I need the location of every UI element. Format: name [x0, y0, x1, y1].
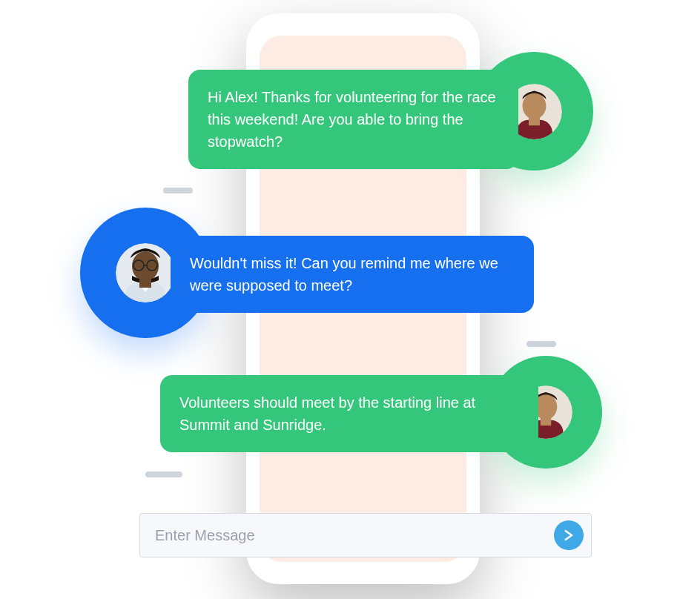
- message-text: Volunteers should meet by the starting l…: [179, 394, 475, 433]
- decorative-pill: [145, 471, 182, 477]
- send-button[interactable]: [554, 520, 584, 550]
- avatar: [116, 243, 175, 302]
- svg-rect-4: [529, 117, 540, 125]
- decorative-pill: [526, 341, 556, 347]
- svg-point-2: [522, 93, 546, 119]
- svg-rect-12: [139, 279, 151, 288]
- message-composer: [139, 513, 592, 557]
- message-bubble-organizer[interactable]: Hi Alex! Thanks for volunteering for the…: [188, 70, 518, 169]
- message-text: Wouldn't miss it! Can you remind me wher…: [190, 255, 498, 294]
- message-text: Hi Alex! Thanks for volunteering for the…: [208, 89, 496, 150]
- decorative-pill: [163, 188, 193, 193]
- svg-point-7: [132, 251, 159, 281]
- message-bubble-organizer[interactable]: Volunteers should meet by the starting l…: [160, 375, 538, 452]
- message-bubble-alex[interactable]: Wouldn't miss it! Can you remind me wher…: [171, 236, 534, 313]
- message-input[interactable]: [155, 527, 554, 544]
- send-icon: [561, 528, 576, 543]
- svg-rect-17: [541, 417, 551, 426]
